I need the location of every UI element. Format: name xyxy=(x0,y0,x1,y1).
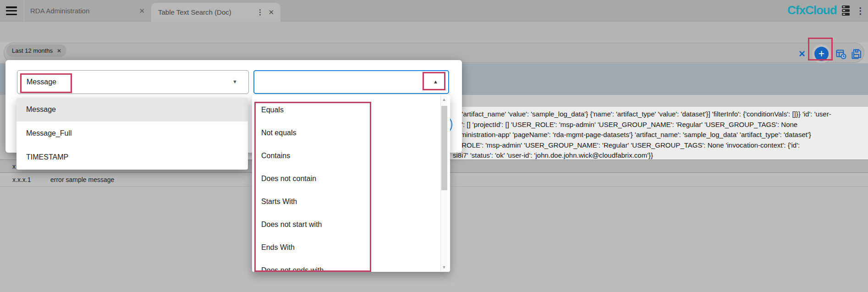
scrollbar-thumb[interactable] xyxy=(441,106,447,190)
scroll-down-icon[interactable]: ▼ xyxy=(441,265,447,270)
table-header-cell: x xyxy=(0,163,16,170)
save-icon[interactable] xyxy=(851,49,862,60)
close-icon[interactable]: ✕ xyxy=(139,7,151,15)
log-line: e': 'artifact_name' 'value': 'sample_log… xyxy=(453,109,865,120)
operator-option-equals[interactable]: Equals xyxy=(252,99,450,121)
operator-option-does-not-start-with[interactable]: Does not start with xyxy=(252,213,450,236)
log-line: TS': [] 'projectId': [] 'USER_ROLE': 'ms… xyxy=(453,120,865,130)
top-app-bar: RDA Administration ✕ Table Text Search (… xyxy=(0,0,868,22)
field-options-dropdown: Message Message_Full TIMESTAMP xyxy=(16,98,248,170)
tab-label: Table Text Search (Doc) xyxy=(151,8,231,16)
log-text: e': 'artifact_name' 'value': 'sample_log… xyxy=(453,109,865,161)
tab-table-text-search[interactable]: Table Text Search (Doc) ⋮ ✕ xyxy=(151,3,280,22)
kebab-icon[interactable]: ⋮ xyxy=(256,8,264,17)
server-stack-icon[interactable] xyxy=(842,6,850,16)
table-cell-message: error sample message xyxy=(50,176,114,183)
clear-filters-icon[interactable]: ✕ xyxy=(798,49,806,59)
operator-option-starts-with[interactable]: Starts With xyxy=(252,190,450,213)
close-icon[interactable]: ✕ xyxy=(57,48,61,54)
chevron-down-icon[interactable]: ▼ xyxy=(232,79,237,84)
operator-option-ends-with[interactable]: Ends With xyxy=(252,236,450,259)
close-icon[interactable]: ✕ xyxy=(264,8,280,17)
tab-label: RDA Administration xyxy=(24,7,89,15)
field-select-value: Message xyxy=(17,78,56,86)
tab-rda-administration[interactable]: RDA Administration ✕ xyxy=(24,0,151,22)
field-select[interactable]: Message ▼ xyxy=(17,70,249,94)
operator-option-does-not-contain[interactable]: Does not contain xyxy=(252,167,450,190)
operator-option-contains[interactable]: Contains xyxy=(252,144,450,167)
operator-options-dropdown: Equals Not equals Contains Does not cont… xyxy=(252,95,450,272)
scrollbar[interactable]: ▲ ▼ xyxy=(440,96,447,271)
hamburger-menu-icon[interactable] xyxy=(6,6,17,15)
kebab-icon[interactable]: ⋮ xyxy=(856,6,865,16)
operator-select[interactable]: ▲ xyxy=(253,70,449,94)
chevron-up-icon[interactable]: ▲ xyxy=(433,79,438,84)
chip-label: Last 12 months xyxy=(12,47,53,54)
scroll-up-icon[interactable]: ▲ xyxy=(441,97,447,102)
log-line: administration-app' 'pageName': 'rda-mgm… xyxy=(453,130,865,140)
time-filter-chip[interactable]: Last 12 months ✕ xyxy=(6,44,66,57)
table-history-icon[interactable] xyxy=(836,49,846,60)
cfxcloud-logo: CfxCloud xyxy=(787,3,837,17)
operator-option-does-not-ends-with[interactable]: Does not ends with xyxy=(252,259,450,272)
table-cell-ip: x.x.x.1 xyxy=(0,176,50,183)
log-line: R_ROLE': 'msp-admin' 'USER_GROUP_NAME': … xyxy=(453,140,865,151)
field-option-message-full[interactable]: Message_Full xyxy=(16,121,248,145)
operator-option-not-equals[interactable]: Not equals xyxy=(252,121,450,144)
add-filter-button[interactable]: + xyxy=(814,47,829,61)
field-option-message[interactable]: Message xyxy=(16,98,248,121)
field-option-timestamp[interactable]: TIMESTAMP xyxy=(16,145,248,169)
page-header-strip: ⋮ xyxy=(0,22,868,43)
